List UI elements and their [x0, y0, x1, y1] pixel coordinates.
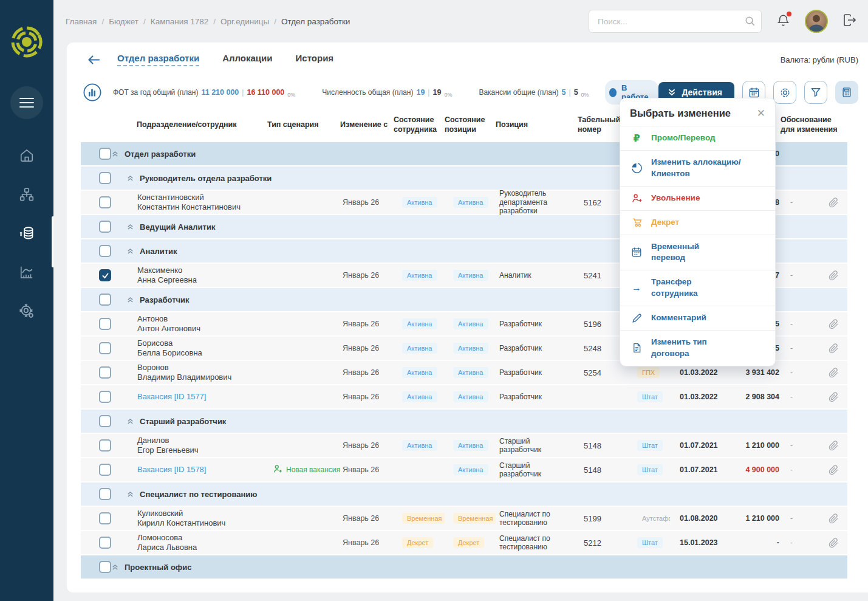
employee-name: Анна Сергеевна: [137, 275, 267, 285]
contract-type-badge: Штат: [637, 464, 663, 475]
menu-item-label: Увольнение: [651, 193, 700, 204]
tab-3[interactable]: История: [296, 53, 334, 66]
attachment-icon[interactable]: [829, 368, 839, 378]
row-checkbox[interactable]: [99, 269, 111, 281]
attachment-icon[interactable]: [829, 197, 839, 208]
collapse-icon[interactable]: [126, 417, 134, 425]
sidebar: [0, 0, 53, 601]
position-state-badge: Активна: [453, 343, 488, 354]
collapse-icon[interactable]: [111, 563, 119, 571]
row-checkbox[interactable]: [99, 318, 111, 330]
menu-item-label: Промо/Перевод: [651, 132, 716, 144]
tab-1[interactable]: Отдел разработки: [117, 53, 199, 66]
attachment-icon[interactable]: [829, 392, 839, 402]
attachment-icon[interactable]: [829, 319, 839, 329]
row-checkbox[interactable]: [99, 172, 111, 184]
group-label: Отдел разработки: [125, 149, 196, 159]
row-checkbox[interactable]: [99, 366, 111, 379]
collapse-icon[interactable]: [126, 174, 134, 182]
breadcrumb-item[interactable]: Орг.единицы: [220, 17, 269, 26]
menu-toggle-icon[interactable]: [10, 86, 43, 119]
attachment-icon[interactable]: [829, 343, 839, 354]
personnel-number: 5199: [578, 514, 620, 523]
sidebar-item-home[interactable]: [0, 147, 53, 164]
justification-value: -: [790, 465, 793, 474]
settings-button[interactable]: [773, 81, 796, 104]
breadcrumb-item[interactable]: Отдел разработки: [281, 17, 350, 26]
row-checkbox[interactable]: [99, 391, 111, 403]
justification-value: -: [790, 198, 793, 207]
menu-item-pencil[interactable]: Комментарий: [620, 306, 775, 330]
employee-name: Куликовский: [137, 509, 267, 518]
row-checkbox[interactable]: [99, 245, 111, 257]
row-checkbox[interactable]: [99, 221, 111, 233]
employee-state-badge: Активна: [402, 318, 437, 329]
row-checkbox[interactable]: [99, 488, 111, 500]
attachment-icon[interactable]: [829, 465, 839, 475]
filter-button[interactable]: [804, 81, 827, 104]
contract-date: 01.07.2021: [670, 441, 725, 450]
row-checkbox[interactable]: [99, 464, 111, 476]
sidebar-item-analytics[interactable]: [0, 264, 53, 281]
menu-item-ruble[interactable]: ₽Промо/Перевод: [620, 126, 775, 150]
row-checkbox[interactable]: [99, 294, 111, 306]
popup-title: Выбрать изменение: [630, 108, 731, 119]
vacancy-link[interactable]: Вакансия [ID 1578]: [137, 465, 206, 474]
breadcrumb-item[interactable]: Кампания 1782: [151, 17, 209, 26]
breadcrumb-separator: /: [213, 17, 216, 26]
vacancy-link[interactable]: Вакансия [ID 1577]: [137, 392, 206, 401]
status-dot-icon: [609, 88, 617, 97]
breadcrumb-item[interactable]: Бюджет: [109, 17, 138, 26]
menu-item-document[interactable]: Изменить тип договора: [620, 330, 775, 366]
notification-badge: [787, 12, 791, 16]
notifications-bell-icon[interactable]: [776, 13, 790, 30]
row-checkbox[interactable]: [99, 415, 111, 427]
menu-item-calendar[interactable]: Временный перевод: [620, 235, 775, 270]
amount-value: 2 908 304: [725, 393, 781, 401]
position-state-badge: Активна: [453, 367, 488, 378]
avatar[interactable]: [805, 10, 828, 33]
sidebar-nav: [0, 147, 53, 320]
personnel-number: 5148: [578, 465, 620, 475]
menu-item-stroller[interactable]: Декрет: [620, 210, 775, 235]
collapse-icon[interactable]: [126, 490, 134, 498]
collapse-icon[interactable]: [111, 150, 119, 158]
row-checkbox[interactable]: [99, 439, 111, 452]
collapse-icon[interactable]: [126, 247, 134, 255]
column-header: Состояние позиции: [445, 115, 496, 134]
row-checkbox[interactable]: [99, 342, 111, 354]
breadcrumb-item[interactable]: Главная: [66, 17, 97, 26]
collapse-icon[interactable]: [126, 296, 134, 304]
position-state-badge: Временная: [453, 513, 496, 524]
sidebar-item-org-structure[interactable]: [0, 186, 53, 203]
position-title: Аналитик: [496, 271, 578, 280]
search-input[interactable]: [589, 10, 762, 33]
sidebar-item-budget[interactable]: [0, 225, 53, 242]
menu-item-pie-chart[interactable]: Изменить аллокацию/ Клиентов: [620, 150, 775, 186]
attachment-icon[interactable]: [829, 270, 839, 281]
tab-2[interactable]: Аллокации: [222, 53, 272, 66]
logout-icon[interactable]: [842, 13, 857, 30]
row-checkbox[interactable]: [99, 537, 111, 549]
row-checkbox[interactable]: [99, 148, 111, 160]
calendar-icon: [630, 247, 643, 258]
calculator-button[interactable]: [835, 81, 858, 104]
position-state-badge: Декрет: [453, 537, 484, 548]
attachment-icon[interactable]: [829, 538, 839, 548]
attachment-icon[interactable]: [829, 513, 839, 524]
menu-item-arrow-right[interactable]: →Трансфер сотрудника: [620, 270, 775, 306]
contract-type-badge: Штат: [637, 537, 663, 548]
row-checkbox[interactable]: [99, 512, 111, 524]
collapse-icon[interactable]: [126, 223, 134, 231]
row-checkbox[interactable]: [99, 561, 111, 573]
contract-type-badge: Аутстафф: [637, 513, 670, 524]
menu-item-person-leave[interactable]: Увольнение: [620, 186, 775, 210]
breadcrumb-separator: /: [274, 17, 276, 26]
sidebar-item-settings[interactable]: [0, 303, 53, 320]
contract-date: 01.07.2021: [670, 465, 725, 474]
back-button[interactable]: [87, 55, 100, 65]
column-header: Подразделение/сотрудник: [125, 120, 267, 130]
row-checkbox[interactable]: [99, 196, 111, 208]
attachment-icon[interactable]: [829, 441, 839, 451]
close-icon[interactable]: ✕: [757, 108, 765, 118]
